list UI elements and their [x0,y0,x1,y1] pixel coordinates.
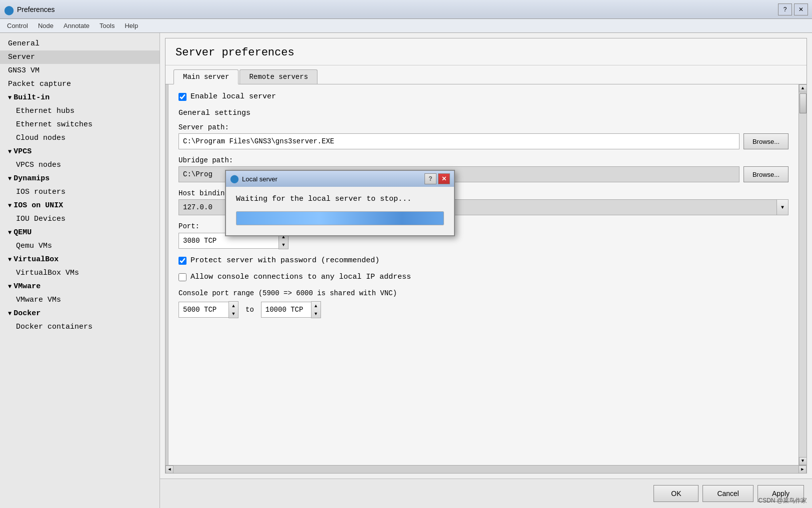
help-button[interactable]: ? [778,3,792,15]
protect-server-checkbox[interactable] [178,257,186,265]
sidebar-item-docker-containers[interactable]: Docker containers [0,320,160,334]
close-button[interactable]: ✕ [794,3,808,15]
modal-title-text: Local server [242,175,422,183]
sidebar-item-ios-unix[interactable]: ▼IOS on UNIX [0,199,160,212]
preferences-panel: Server preferences Main server Remote se… [165,38,807,474]
menu-annotate[interactable]: Annotate [58,21,94,30]
cancel-button[interactable]: Cancel [702,485,754,502]
main-container: General Server GNS3 VM Packet capture ▼B… [0,33,812,508]
title-bar: ⬤ Preferences ? ✕ [0,0,812,19]
protect-server-row: Protect server with password (recommende… [178,256,788,265]
sidebar-item-cloud-nodes[interactable]: Cloud nodes [0,131,160,145]
allow-console-label: Allow console connections to any local I… [190,273,411,281]
menu-help[interactable]: Help [120,21,143,30]
panel-title: Server preferences [166,38,806,65]
docker-arrow: ▼ [8,310,12,317]
qemu-arrow: ▼ [8,229,12,236]
app-icon: ⬤ [4,4,14,14]
sidebar-item-ios-routers[interactable]: IOS routers [0,185,160,199]
horizontal-scrollbar: ◀ ▶ [166,465,806,473]
tab-main-server[interactable]: Main server [174,69,238,84]
sidebar-item-qemu-vms[interactable]: Qemu VMs [0,239,160,253]
scrollbar-left-arrow[interactable]: ◀ [166,466,174,474]
console-port-range-label: Console port range (5900 => 6000 is shar… [178,289,788,297]
console-to-label: to [242,306,257,314]
scrollbar-thumb[interactable] [800,93,806,113]
sidebar-item-qemu[interactable]: ▼QEMU [0,226,160,239]
console-to-input[interactable] [261,302,311,318]
console-from-group: ▲ ▼ [178,301,238,318]
ios-unix-arrow: ▼ [8,202,12,209]
sidebar-item-vpcs-nodes[interactable]: VPCS nodes [0,158,160,172]
menu-bar: Control Node Annotate Tools Help [0,19,812,33]
console-from-input[interactable] [178,302,228,318]
general-settings-label: General settings [178,109,788,117]
sidebar-item-iou-devices[interactable]: IOU Devices [0,212,160,226]
tabs-bar: Main server Remote servers [166,65,806,84]
sidebar-item-dynamips[interactable]: ▼Dynamips [0,172,160,185]
menu-control[interactable]: Control [2,21,33,30]
server-path-group: Server path: Browse... [178,123,788,149]
enable-local-server-checkbox[interactable] [178,93,186,101]
scrollbar-track [800,92,806,457]
vertical-scrollbar: ▲ ▼ [798,84,806,465]
ok-button[interactable]: OK [654,485,698,502]
menu-node[interactable]: Node [33,21,58,30]
window-title: Preferences [17,5,54,13]
sidebar-item-virtualbox-vms[interactable]: VirtualBox VMs [0,266,160,280]
sidebar-item-vmware-vms[interactable]: VMware VMs [0,293,160,307]
vmware-arrow: ▼ [8,283,12,290]
ubridge-path-browse-btn[interactable]: Browse... [744,166,788,182]
protect-server-label: Protect server with password (recommende… [190,256,380,265]
allow-console-row: Allow console connections to any local I… [178,273,788,281]
enable-local-server-label: Enable local server [190,92,276,101]
bottom-buttons: OK Cancel Apply [160,479,812,508]
sidebar-item-ethernet-hubs[interactable]: Ethernet hubs [0,104,160,118]
virtualbox-arrow: ▼ [8,256,12,263]
sidebar-item-virtualbox[interactable]: ▼VirtualBox [0,253,160,266]
modal-message: Waiting for the local server to stop... [236,195,444,203]
modal-icon: ⬤ [230,174,239,184]
progress-bar-container [236,211,444,225]
builtin-arrow: ▼ [8,94,12,101]
console-to-up[interactable]: ▲ [312,302,320,310]
sidebar-item-server[interactable]: Server [0,50,160,64]
content-area: Server preferences Main server Remote se… [160,33,812,508]
panel-content: Enable local server General settings Ser… [168,84,798,465]
console-to-spinner: ▲ ▼ [311,301,321,318]
modal-body: Waiting for the local server to stop... [226,187,454,235]
vpcs-arrow: ▼ [8,148,12,155]
server-path-browse-btn[interactable]: Browse... [744,133,788,149]
allow-console-checkbox[interactable] [178,273,186,281]
sidebar-item-packet-capture[interactable]: Packet capture [0,77,160,91]
title-bar-controls: ? ✕ [778,3,808,15]
console-from-up[interactable]: ▲ [229,302,238,310]
console-from-down[interactable]: ▼ [229,310,238,318]
console-from-spinner: ▲ ▼ [228,301,238,318]
server-path-input[interactable] [178,133,740,149]
sidebar: General Server GNS3 VM Packet capture ▼B… [0,33,160,508]
sidebar-item-vpcs[interactable]: ▼VPCS [0,145,160,158]
sidebar-item-builtin[interactable]: ▼Built-in [0,91,160,104]
scrollbar-h-track [174,466,798,474]
console-to-down[interactable]: ▼ [312,310,320,318]
scrollbar-up-arrow[interactable]: ▲ [799,84,807,92]
server-path-row: Browse... [178,133,788,149]
sidebar-item-vmware[interactable]: ▼VMware [0,280,160,293]
console-port-range-row: ▲ ▼ to ▲ ▼ [178,301,788,318]
sidebar-item-gns3vm[interactable]: GNS3 VM [0,64,160,77]
sidebar-item-general[interactable]: General [0,37,160,50]
sidebar-item-ethernet-switches[interactable]: Ethernet switches [0,118,160,131]
modal-close-btn[interactable]: ✕ [438,173,450,184]
modal-title-bar: ⬤ Local server ? ✕ [226,171,454,187]
scrollbar-down-arrow[interactable]: ▼ [799,457,807,465]
scrollbar-right-arrow[interactable]: ▶ [798,466,806,474]
port-spinner-down[interactable]: ▼ [279,241,288,249]
menu-tools[interactable]: Tools [94,21,120,30]
sidebar-item-docker[interactable]: ▼Docker [0,307,160,320]
tab-remote-servers[interactable]: Remote servers [240,69,318,84]
modal-title-btns: ? ✕ [424,173,450,184]
dynamips-arrow: ▼ [8,175,12,182]
modal-help-btn[interactable]: ? [424,173,436,184]
host-binding-dropdown-arrow[interactable]: ▼ [776,199,788,215]
